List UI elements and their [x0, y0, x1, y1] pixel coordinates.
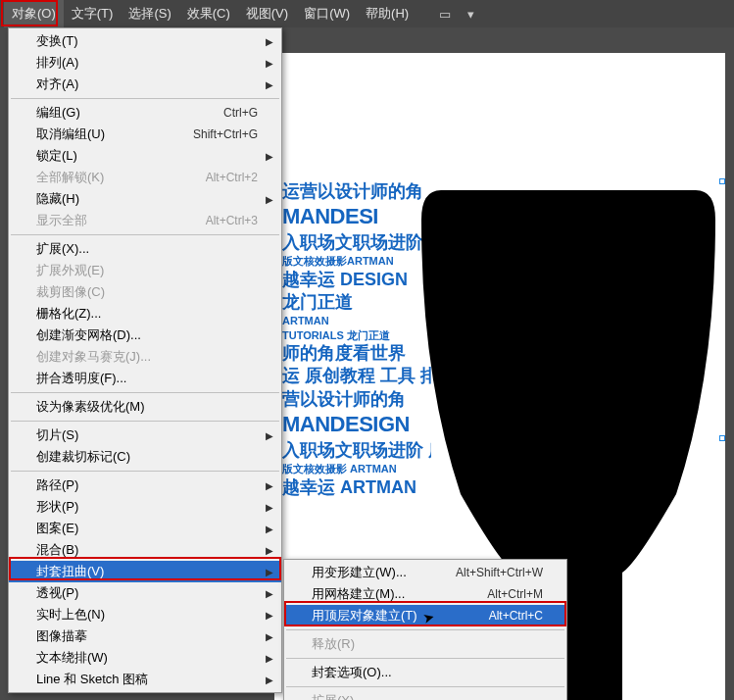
chevron-right-icon: ▶ — [266, 480, 273, 491]
object-menu-item: 显示全部Alt+Ctrl+3 — [9, 210, 281, 231]
panel-icon[interactable]: ▭ — [436, 7, 454, 22]
menu-item-label: 扩展(X)... — [36, 240, 258, 258]
menu-separator — [11, 421, 279, 422]
object-menu-item: 创建对象马赛克(J)... — [9, 346, 281, 368]
menu-item-label: 封套扭曲(V) — [36, 563, 258, 580]
menu-item-label: 取消编组(U) — [36, 125, 193, 143]
chevron-right-icon: ▶ — [266, 151, 273, 162]
menu-object[interactable]: 对象(O) — [4, 0, 64, 27]
object-menu-item[interactable]: 透视(P)▶ — [9, 582, 281, 604]
menu-item-label: 文本绕排(W) — [36, 649, 258, 667]
menu-item-label: 实时上色(N) — [36, 606, 258, 624]
object-menu-item[interactable]: 图像描摹▶ — [9, 625, 281, 647]
object-menu-item[interactable]: 锁定(L)▶ — [9, 145, 281, 167]
menu-item-label: 创建渐变网格(D)... — [36, 326, 258, 344]
object-menu-item[interactable]: 切片(S)▶ — [9, 425, 281, 446]
selection-handle[interactable] — [719, 435, 725, 441]
menu-item-label: 全部解锁(K) — [36, 169, 206, 186]
object-menu-item[interactable]: 隐藏(H)▶ — [9, 188, 281, 210]
menu-help[interactable]: 帮助(H) — [358, 0, 416, 27]
object-menu-item[interactable]: 创建渐变网格(D)... — [9, 325, 281, 346]
object-menu-item[interactable]: 图案(E)▶ — [9, 518, 281, 539]
menu-item-label: 混合(B) — [36, 541, 258, 559]
menu-view[interactable]: 视图(V) — [238, 0, 296, 27]
menu-item-label: 封套选项(O)... — [312, 664, 543, 681]
menu-item-label: 编组(G) — [36, 104, 223, 122]
chevron-right-icon: ▶ — [266, 631, 273, 642]
object-menu-item: 扩展外观(E) — [9, 260, 281, 281]
envelope-submenu-item: 扩展(X) — [284, 690, 566, 700]
menu-item-label: 切片(S) — [36, 426, 258, 444]
object-menu-item[interactable]: Line 和 Sketch 图稿▶ — [9, 669, 281, 690]
object-menu-item[interactable]: 对齐(A)▶ — [9, 74, 281, 95]
object-menu-item[interactable]: 栅格化(Z)... — [9, 303, 281, 325]
envelope-submenu-item[interactable]: 封套选项(O)... — [284, 662, 566, 683]
menu-item-label: 图像描摹 — [36, 627, 258, 645]
chevron-right-icon: ▶ — [266, 675, 273, 685]
object-menu: 变换(T)▶排列(A)▶对齐(A)▶编组(G)Ctrl+G取消编组(U)Shif… — [8, 27, 282, 693]
chevron-right-icon: ▶ — [266, 545, 273, 556]
menu-item-label: 设为像素级优化(M) — [36, 398, 258, 416]
object-menu-item[interactable]: 拼合透明度(F)... — [9, 368, 281, 389]
selection-handle[interactable] — [719, 178, 725, 184]
menu-item-label: 锁定(L) — [36, 147, 258, 165]
object-menu-item[interactable]: 变换(T)▶ — [9, 30, 281, 52]
menu-item-label: 透视(P) — [36, 584, 258, 602]
object-menu-item[interactable]: 混合(B)▶ — [9, 539, 281, 561]
object-menu-item[interactable]: 扩展(X)... — [9, 238, 281, 260]
menu-type[interactable]: 文字(T) — [64, 0, 122, 27]
menu-item-label: 排列(A) — [36, 54, 258, 72]
object-menu-item[interactable]: 路径(P)▶ — [9, 475, 281, 496]
object-menu-item[interactable]: 设为像素级优化(M) — [9, 396, 281, 418]
chevron-right-icon: ▶ — [266, 502, 273, 513]
object-menu-item[interactable]: 取消编组(U)Shift+Ctrl+G — [9, 124, 281, 145]
chevron-right-icon: ▶ — [266, 588, 273, 599]
menubar-icons: ▭ ▾ — [436, 7, 479, 22]
object-menu-item[interactable]: 文本绕排(W)▶ — [9, 647, 281, 669]
object-menu-item: 全部解锁(K)Alt+Ctrl+2 — [9, 167, 281, 188]
object-menu-item[interactable]: 排列(A)▶ — [9, 52, 281, 74]
menu-item-label: 对齐(A) — [36, 75, 258, 93]
menu-item-label: 路径(P) — [36, 476, 258, 494]
menubar: 对象(O) 文字(T) 选择(S) 效果(C) 视图(V) 窗口(W) 帮助(H… — [0, 0, 734, 27]
object-menu-item: 裁剪图像(C) — [9, 281, 281, 303]
chevron-right-icon: ▶ — [266, 430, 273, 441]
menu-item-label: 变换(T) — [36, 32, 258, 50]
envelope-submenu-item[interactable]: 用网格建立(M)...Alt+Ctrl+M — [284, 583, 566, 605]
menu-separator — [286, 686, 564, 687]
chevron-right-icon: ▶ — [266, 36, 273, 47]
menu-item-label: 用顶层对象建立(T) — [312, 607, 489, 625]
menu-item-label: 创建裁切标记(C) — [36, 448, 258, 466]
menu-separator — [286, 629, 564, 630]
chevron-right-icon: ▶ — [266, 524, 273, 534]
object-menu-item[interactable]: 形状(P)▶ — [9, 496, 281, 518]
object-menu-item[interactable]: 实时上色(N)▶ — [9, 604, 281, 625]
menu-item-shortcut: Alt+Ctrl+C — [489, 609, 543, 623]
menu-separator — [11, 234, 279, 235]
chevron-right-icon: ▶ — [266, 610, 273, 621]
menu-item-label: 显示全部 — [36, 212, 206, 229]
menu-item-label: 隐藏(H) — [36, 190, 258, 208]
menu-separator — [11, 98, 279, 99]
menu-item-label: 扩展(X) — [312, 692, 543, 700]
menu-item-shortcut: Ctrl+G — [223, 106, 258, 120]
object-menu-item[interactable]: 创建裁切标记(C) — [9, 446, 281, 468]
menu-item-shortcut: Shift+Ctrl+G — [193, 127, 258, 141]
object-menu-item[interactable]: 封套扭曲(V)▶ — [9, 561, 281, 582]
chevron-right-icon: ▶ — [266, 653, 273, 664]
envelope-submenu-item[interactable]: 用变形建立(W)...Alt+Shift+Ctrl+W — [284, 562, 566, 583]
envelope-distort-submenu: 用变形建立(W)...Alt+Shift+Ctrl+W用网格建立(M)...Al… — [283, 559, 567, 700]
chevron-down-icon[interactable]: ▾ — [462, 7, 479, 22]
menu-select[interactable]: 选择(S) — [121, 0, 178, 27]
chevron-right-icon: ▶ — [266, 567, 273, 577]
menu-item-shortcut: Alt+Ctrl+3 — [206, 214, 258, 227]
menu-window[interactable]: 窗口(W) — [296, 0, 358, 27]
menu-item-shortcut: Alt+Shift+Ctrl+W — [456, 566, 543, 579]
chevron-right-icon: ▶ — [266, 194, 273, 205]
menu-effect[interactable]: 效果(C) — [179, 0, 238, 27]
menu-item-shortcut: Alt+Ctrl+2 — [206, 171, 258, 184]
menu-item-label: 图案(E) — [36, 520, 258, 537]
object-menu-item[interactable]: 编组(G)Ctrl+G — [9, 102, 281, 124]
menu-item-label: 栅格化(Z)... — [36, 305, 258, 323]
menu-item-shortcut: Alt+Ctrl+M — [487, 587, 543, 601]
